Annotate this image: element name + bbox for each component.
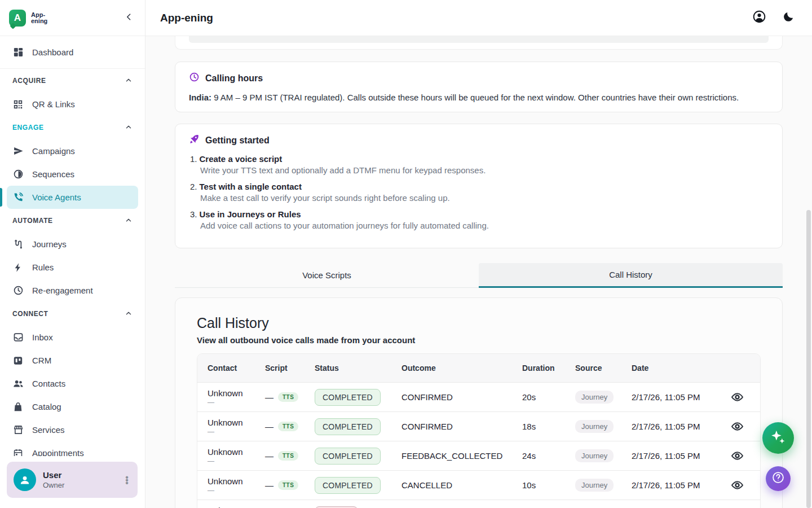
account-button[interactable] xyxy=(751,10,767,26)
col-date: Date xyxy=(621,364,717,373)
table-row: Unknown— —TTS COMPLETED CONFIRMED 20s Jo… xyxy=(197,382,760,411)
scrolled-card-remnant xyxy=(175,36,783,50)
col-outcome: Outcome xyxy=(391,364,512,373)
contact-name: Unknown xyxy=(208,506,255,508)
tab-call-history[interactable]: Call History xyxy=(479,263,783,288)
question-mark-icon xyxy=(771,470,785,487)
user-meta: User Owner xyxy=(43,470,116,489)
section-label: AUTOMATE xyxy=(12,217,53,225)
sidebar-item-label: Dashboard xyxy=(32,47,73,57)
chevron-up-icon xyxy=(125,309,133,319)
tab-voice-scripts[interactable]: Voice Scripts xyxy=(175,263,479,288)
sidebar-item-label: CRM xyxy=(32,356,51,365)
dark-mode-toggle[interactable] xyxy=(780,10,796,26)
section-label: CONNECT xyxy=(12,310,48,318)
sidebar-section-automate[interactable]: AUTOMATE xyxy=(7,209,138,233)
table-header-row: Contact Script Status Outcome Duration S… xyxy=(197,354,760,382)
storefront-icon xyxy=(12,424,24,436)
sidebar-item-label: Contacts xyxy=(32,379,65,388)
sidebar-collapse-button[interactable] xyxy=(122,11,136,25)
sparkles-icon xyxy=(770,428,787,448)
route-icon xyxy=(12,239,24,250)
app-root: A App- ening Dashboard ACQU xyxy=(0,0,812,508)
step-title: Create a voice script xyxy=(200,154,283,164)
tts-badge: TTS xyxy=(278,480,298,490)
calling-hours-body: India: 9 AM – 9 PM IST (TRAI regulated).… xyxy=(189,93,769,102)
help-button[interactable] xyxy=(766,466,791,491)
user-menu-button[interactable]: ••• xyxy=(123,476,131,484)
step-3: 3.Use in Journeys or Rules Add voice cal… xyxy=(189,209,769,231)
user-role: Owner xyxy=(43,481,116,489)
table-row: Unknown— —TTS COMPLETED CONFIRMED 18s Jo… xyxy=(197,411,760,441)
vertical-scrollbar[interactable] xyxy=(806,210,811,508)
sidebar-item-catalog[interactable]: Catalog xyxy=(7,395,138,418)
view-call-button[interactable] xyxy=(729,448,745,464)
outcome: FEEDBACK_COLLECTED xyxy=(391,451,512,461)
user-avatar xyxy=(14,468,36,491)
sidebar-item-inbox[interactable]: Inbox xyxy=(7,326,138,349)
getting-started-card: Getting started 1.Create a voice script … xyxy=(175,124,783,248)
sidebar-item-qr-links[interactable]: QR & Links xyxy=(7,93,138,116)
tts-badge: TTS xyxy=(278,392,298,402)
user-card[interactable]: User Owner ••• xyxy=(7,462,138,498)
sidebar-section-connect[interactable]: CONNECT xyxy=(7,302,138,326)
contact-name: Unknown xyxy=(208,388,255,398)
rocket-icon xyxy=(189,134,200,147)
app-logo-icon: A xyxy=(9,10,26,27)
sidebar-item-label: Inbox xyxy=(32,332,53,342)
chevron-up-icon xyxy=(125,216,133,226)
sidebar-item-re-engagement[interactable]: Re-engagement xyxy=(7,279,138,302)
source-pill: Journey xyxy=(575,479,614,492)
contrast-circle-icon xyxy=(12,169,24,180)
status-badge: FAILED xyxy=(315,506,358,508)
script-dash: — xyxy=(265,451,273,461)
getting-started-title: Getting started xyxy=(205,135,270,146)
view-call-button[interactable] xyxy=(729,478,745,493)
app-logo-text: App- ening xyxy=(31,12,47,24)
duration: 20s xyxy=(512,392,565,402)
step-1: 1.Create a voice script Write your TTS t… xyxy=(189,154,769,176)
status-badge: COMPLETED xyxy=(315,418,381,435)
clock-icon xyxy=(189,72,200,85)
calling-hours-title: Calling hours xyxy=(205,73,263,84)
sidebar-item-dashboard[interactable]: Dashboard xyxy=(7,41,138,64)
step-desc: Add voice call actions to your automatio… xyxy=(200,221,769,231)
sidebar-section-engage[interactable]: ENGAGE xyxy=(7,116,138,139)
sidebar-item-label: QR & Links xyxy=(32,99,75,109)
sidebar-item-journeys[interactable]: Journeys xyxy=(7,233,138,256)
app-logo[interactable]: A App- ening xyxy=(9,10,47,27)
phone-call-icon xyxy=(12,192,24,203)
sidebar-item-rules[interactable]: Rules xyxy=(7,256,138,279)
col-script: Script xyxy=(255,364,304,373)
ai-assistant-button[interactable] xyxy=(762,422,794,454)
script-dash: — xyxy=(265,392,273,402)
sidebar-item-crm[interactable]: CRM xyxy=(7,349,138,372)
tts-badge: TTS xyxy=(278,451,298,461)
source-pill: Journey xyxy=(575,420,614,433)
outcome: CONFIRMED xyxy=(391,392,512,402)
sidebar-nav: Dashboard ACQUIRE QR & Links ENGAGE xyxy=(0,36,145,508)
sidebar-item-label: Sequences xyxy=(32,169,74,179)
contact-sub: — xyxy=(208,428,255,436)
contact-sub: — xyxy=(208,457,255,465)
status-badge: COMPLETED xyxy=(315,389,381,406)
sidebar-item-voice-agents[interactable]: Voice Agents xyxy=(7,186,138,209)
getting-started-steps: 1.Create a voice script Write your TTS t… xyxy=(189,154,769,231)
main-column: App-ening xyxy=(145,0,812,508)
step-desc: Make a test call to verify your script s… xyxy=(200,193,769,203)
sidebar-item-services[interactable]: Services xyxy=(7,418,138,441)
inbox-icon xyxy=(12,332,24,343)
sidebar-item-sequences[interactable]: Sequences xyxy=(7,163,138,186)
status-badge: COMPLETED xyxy=(315,448,381,465)
view-call-button[interactable] xyxy=(729,389,745,405)
view-call-button[interactable] xyxy=(729,419,745,435)
sidebar-section-acquire[interactable]: ACQUIRE xyxy=(7,69,138,93)
outcome: CONFIRMED xyxy=(391,422,512,431)
tts-badge: TTS xyxy=(278,422,298,431)
source-pill: Journey xyxy=(575,391,614,404)
script-dash: — xyxy=(265,480,273,490)
sidebar-item-campaigns[interactable]: Campaigns xyxy=(7,139,138,163)
sidebar-item-contacts[interactable]: Contacts xyxy=(7,372,138,395)
chevron-up-icon xyxy=(125,76,133,86)
active-indicator xyxy=(0,188,2,207)
